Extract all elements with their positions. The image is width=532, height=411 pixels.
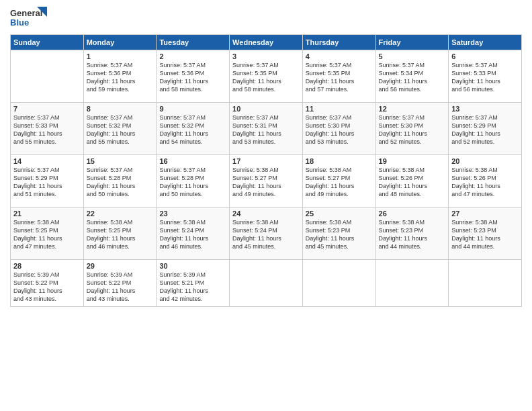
day-number: 25 xyxy=(306,210,373,218)
day-cell: 29Sunrise: 5:39 AM Sunset: 5:22 PM Dayli… xyxy=(83,260,157,307)
day-detail: Sunrise: 5:38 AM Sunset: 5:24 PM Dayligh… xyxy=(159,218,226,251)
day-detail: Sunrise: 5:38 AM Sunset: 5:27 PM Dayligh… xyxy=(306,166,373,199)
day-number: 19 xyxy=(379,157,446,165)
day-cell: 13Sunrise: 5:37 AM Sunset: 5:29 PM Dayli… xyxy=(449,103,522,155)
day-detail: Sunrise: 5:38 AM Sunset: 5:26 PM Dayligh… xyxy=(379,166,446,199)
day-number: 17 xyxy=(232,157,300,165)
day-detail: Sunrise: 5:37 AM Sunset: 5:30 PM Dayligh… xyxy=(306,113,373,146)
col-header-sunday: Sunday xyxy=(11,35,84,50)
day-detail: Sunrise: 5:37 AM Sunset: 5:28 PM Dayligh… xyxy=(87,166,154,199)
day-detail: Sunrise: 5:38 AM Sunset: 5:25 PM Dayligh… xyxy=(13,218,81,251)
day-detail: Sunrise: 5:37 AM Sunset: 5:36 PM Dayligh… xyxy=(159,61,226,94)
day-number: 21 xyxy=(13,210,81,218)
day-detail: Sunrise: 5:37 AM Sunset: 5:29 PM Dayligh… xyxy=(13,166,81,199)
day-number: 10 xyxy=(232,105,300,113)
day-cell: 14Sunrise: 5:37 AM Sunset: 5:29 PM Dayli… xyxy=(11,155,84,208)
day-cell: 17Sunrise: 5:38 AM Sunset: 5:27 PM Dayli… xyxy=(230,155,303,208)
day-detail: Sunrise: 5:37 AM Sunset: 5:34 PM Dayligh… xyxy=(379,61,446,94)
day-cell xyxy=(449,260,522,307)
col-header-wednesday: Wednesday xyxy=(230,35,303,50)
day-detail: Sunrise: 5:38 AM Sunset: 5:23 PM Dayligh… xyxy=(451,218,519,251)
page-container: GeneralBlue SundayMondayTuesdayWednesday… xyxy=(0,0,532,314)
day-number: 13 xyxy=(451,105,519,113)
day-cell: 22Sunrise: 5:38 AM Sunset: 5:25 PM Dayli… xyxy=(83,208,157,260)
day-cell: 27Sunrise: 5:38 AM Sunset: 5:23 PM Dayli… xyxy=(449,208,522,260)
day-cell: 19Sunrise: 5:38 AM Sunset: 5:26 PM Dayli… xyxy=(375,155,449,208)
day-detail: Sunrise: 5:38 AM Sunset: 5:23 PM Dayligh… xyxy=(306,218,373,251)
day-cell: 18Sunrise: 5:38 AM Sunset: 5:27 PM Dayli… xyxy=(302,155,375,208)
day-detail: Sunrise: 5:38 AM Sunset: 5:27 PM Dayligh… xyxy=(232,166,300,199)
day-number: 12 xyxy=(379,105,446,113)
day-detail: Sunrise: 5:37 AM Sunset: 5:30 PM Dayligh… xyxy=(379,113,446,146)
calendar-header-row: SundayMondayTuesdayWednesdayThursdayFrid… xyxy=(11,35,522,50)
day-detail: Sunrise: 5:37 AM Sunset: 5:32 PM Dayligh… xyxy=(87,113,154,146)
day-detail: Sunrise: 5:37 AM Sunset: 5:29 PM Dayligh… xyxy=(451,113,519,146)
day-detail: Sunrise: 5:37 AM Sunset: 5:32 PM Dayligh… xyxy=(159,113,226,146)
day-detail: Sunrise: 5:37 AM Sunset: 5:35 PM Dayligh… xyxy=(306,61,373,94)
day-cell: 1Sunrise: 5:37 AM Sunset: 5:36 PM Daylig… xyxy=(83,50,157,103)
col-header-tuesday: Tuesday xyxy=(157,35,230,50)
day-cell: 2Sunrise: 5:37 AM Sunset: 5:36 PM Daylig… xyxy=(157,50,230,103)
day-number: 20 xyxy=(451,157,519,165)
day-detail: Sunrise: 5:38 AM Sunset: 5:25 PM Dayligh… xyxy=(87,218,154,251)
day-cell: 12Sunrise: 5:37 AM Sunset: 5:30 PM Dayli… xyxy=(375,103,449,155)
day-cell: 5Sunrise: 5:37 AM Sunset: 5:34 PM Daylig… xyxy=(375,50,449,103)
day-number: 4 xyxy=(306,52,373,60)
day-cell: 11Sunrise: 5:37 AM Sunset: 5:30 PM Dayli… xyxy=(302,103,375,155)
col-header-saturday: Saturday xyxy=(449,35,522,50)
day-detail: Sunrise: 5:37 AM Sunset: 5:36 PM Dayligh… xyxy=(87,61,154,94)
week-row-3: 14Sunrise: 5:37 AM Sunset: 5:29 PM Dayli… xyxy=(11,155,522,208)
day-cell: 25Sunrise: 5:38 AM Sunset: 5:23 PM Dayli… xyxy=(302,208,375,260)
day-number: 14 xyxy=(13,157,81,165)
day-number: 1 xyxy=(87,52,154,60)
day-detail: Sunrise: 5:37 AM Sunset: 5:28 PM Dayligh… xyxy=(159,166,226,199)
week-row-2: 7Sunrise: 5:37 AM Sunset: 5:33 PM Daylig… xyxy=(11,103,522,155)
day-number: 6 xyxy=(451,52,519,60)
day-cell: 28Sunrise: 5:39 AM Sunset: 5:22 PM Dayli… xyxy=(11,260,84,307)
day-cell: 16Sunrise: 5:37 AM Sunset: 5:28 PM Dayli… xyxy=(157,155,230,208)
day-cell: 8Sunrise: 5:37 AM Sunset: 5:32 PM Daylig… xyxy=(83,103,157,155)
day-detail: Sunrise: 5:37 AM Sunset: 5:31 PM Dayligh… xyxy=(232,113,300,146)
day-cell: 7Sunrise: 5:37 AM Sunset: 5:33 PM Daylig… xyxy=(11,103,84,155)
logo-icon: GeneralBlue xyxy=(10,7,47,30)
day-number: 18 xyxy=(306,157,373,165)
col-header-friday: Friday xyxy=(375,35,449,50)
day-cell: 26Sunrise: 5:38 AM Sunset: 5:23 PM Dayli… xyxy=(375,208,449,260)
day-number: 11 xyxy=(306,105,373,113)
col-header-monday: Monday xyxy=(83,35,157,50)
day-number: 15 xyxy=(87,157,154,165)
day-number: 29 xyxy=(87,262,154,270)
day-cell: 4Sunrise: 5:37 AM Sunset: 5:35 PM Daylig… xyxy=(302,50,375,103)
day-detail: Sunrise: 5:38 AM Sunset: 5:23 PM Dayligh… xyxy=(379,218,446,251)
day-number: 26 xyxy=(379,210,446,218)
day-cell xyxy=(230,260,303,307)
day-number: 7 xyxy=(13,105,81,113)
day-detail: Sunrise: 5:39 AM Sunset: 5:21 PM Dayligh… xyxy=(159,271,226,304)
day-detail: Sunrise: 5:39 AM Sunset: 5:22 PM Dayligh… xyxy=(87,271,154,304)
day-number: 5 xyxy=(379,52,446,60)
calendar-table: SundayMondayTuesdayWednesdayThursdayFrid… xyxy=(10,34,522,307)
day-number: 24 xyxy=(232,210,300,218)
week-row-1: 1Sunrise: 5:37 AM Sunset: 5:36 PM Daylig… xyxy=(11,50,522,103)
week-row-4: 21Sunrise: 5:38 AM Sunset: 5:25 PM Dayli… xyxy=(11,208,522,260)
day-detail: Sunrise: 5:38 AM Sunset: 5:26 PM Dayligh… xyxy=(451,166,519,199)
day-detail: Sunrise: 5:37 AM Sunset: 5:35 PM Dayligh… xyxy=(232,61,300,94)
day-cell: 21Sunrise: 5:38 AM Sunset: 5:25 PM Dayli… xyxy=(11,208,84,260)
svg-text:General: General xyxy=(10,8,42,18)
day-number: 27 xyxy=(451,210,519,218)
day-detail: Sunrise: 5:39 AM Sunset: 5:22 PM Dayligh… xyxy=(13,271,81,304)
day-cell xyxy=(11,50,84,103)
day-cell: 15Sunrise: 5:37 AM Sunset: 5:28 PM Dayli… xyxy=(83,155,157,208)
day-number: 22 xyxy=(87,210,154,218)
day-number: 23 xyxy=(159,210,226,218)
header: GeneralBlue xyxy=(10,7,522,30)
day-number: 3 xyxy=(232,52,300,60)
day-cell: 6Sunrise: 5:37 AM Sunset: 5:33 PM Daylig… xyxy=(449,50,522,103)
logo: GeneralBlue xyxy=(10,7,47,30)
week-row-5: 28Sunrise: 5:39 AM Sunset: 5:22 PM Dayli… xyxy=(11,260,522,307)
day-cell: 24Sunrise: 5:38 AM Sunset: 5:24 PM Dayli… xyxy=(230,208,303,260)
day-cell: 3Sunrise: 5:37 AM Sunset: 5:35 PM Daylig… xyxy=(230,50,303,103)
day-cell: 30Sunrise: 5:39 AM Sunset: 5:21 PM Dayli… xyxy=(157,260,230,307)
day-detail: Sunrise: 5:37 AM Sunset: 5:33 PM Dayligh… xyxy=(13,113,81,146)
day-number: 16 xyxy=(159,157,226,165)
